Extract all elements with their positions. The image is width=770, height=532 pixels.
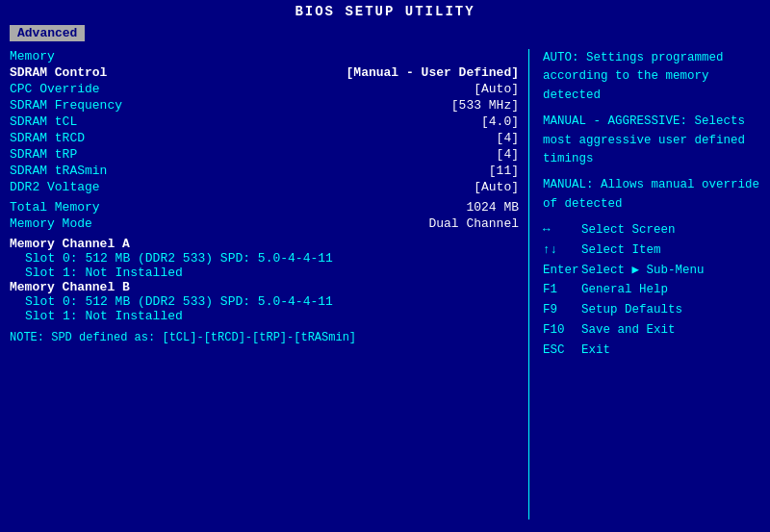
channel-b-slot0: Slot 0: 512 MB (DDR2 533) SPD: 5.0-4-4-1…: [10, 294, 519, 309]
help-block-0: AUTO: Settings programmed according to t…: [543, 49, 760, 105]
note-text: NOTE: SPD defined as: [tCL]-[tRCD]-[tRP]…: [10, 331, 519, 344]
sdram-trcd-value: [4]: [497, 131, 519, 145]
desc-select-item: Select Item: [581, 241, 661, 260]
title-bar: BIOS SETUP UTILITY: [0, 0, 770, 23]
total-memory-value: 1024 MB: [466, 200, 519, 215]
channel-b-slot1: Slot 1: Not Installed: [10, 309, 519, 323]
key-updown: ↑↓: [543, 241, 581, 260]
desc-select-screen: Select Screen: [581, 221, 676, 240]
right-panel: AUTO: Settings programmed according to t…: [529, 49, 760, 519]
keybind-select-screen: ↔ Select Screen: [543, 221, 760, 240]
memory-mode-label: Memory Mode: [10, 216, 92, 231]
help-block-1: MANUAL - AGGRESSIVE: Selects most aggres…: [543, 113, 760, 168]
tab-advanced[interactable]: Advanced: [10, 25, 85, 41]
desc-f9: Setup Defaults: [581, 301, 682, 319]
key-f1: F1: [543, 281, 581, 299]
sdram-tcl-label: SDRAM tCL: [10, 114, 77, 129]
sdram-trp-row[interactable]: SDRAM tRP [4]: [10, 147, 519, 162]
desc-f1: General Help: [581, 281, 668, 299]
ddr2-voltage-label: DDR2 Voltage: [10, 180, 100, 194]
cpc-override-value: [Auto]: [474, 82, 519, 96]
sdram-trasmin-label: SDRAM tRASmin: [10, 164, 107, 178]
channel-a-slot1: Slot 1: Not Installed: [10, 266, 519, 280]
keybind-enter: Enter Select ▶ Sub-Menu: [543, 262, 760, 280]
sdram-control-value: [Manual - User Defined]: [346, 65, 519, 80]
key-arrows: ↔: [543, 221, 581, 240]
sdram-trasmin-row[interactable]: SDRAM tRASmin [11]: [10, 164, 519, 178]
cpc-override-label: CPC Override: [10, 82, 100, 96]
sdram-trcd-label: SDRAM tRCD: [10, 131, 85, 145]
desc-f10: Save and Exit: [581, 321, 676, 340]
tab-bar: Advanced: [0, 23, 770, 43]
left-panel: Memory SDRAM Control [Manual - User Defi…: [10, 49, 529, 519]
sdram-control-label[interactable]: SDRAM Control: [10, 65, 107, 80]
memory-mode-value: Dual Channel: [428, 216, 519, 231]
desc-esc: Exit: [581, 342, 610, 360]
keybind-f9: F9 Setup Defaults: [543, 301, 760, 319]
sdram-trp-value: [4]: [497, 147, 519, 162]
keybind-f1: F1 General Help: [543, 281, 760, 299]
cpc-override-row[interactable]: CPC Override [Auto]: [10, 82, 519, 96]
ddr2-voltage-value: [Auto]: [474, 180, 519, 194]
ddr2-voltage-row[interactable]: DDR2 Voltage [Auto]: [10, 180, 519, 194]
keybind-f10: F10 Save and Exit: [543, 321, 760, 340]
memory-section-label: Memory: [10, 49, 519, 63]
key-f10: F10: [543, 321, 581, 340]
sdram-trp-label: SDRAM tRP: [10, 147, 77, 162]
sdram-trasmin-value: [11]: [489, 164, 519, 178]
key-f9: F9: [543, 301, 581, 319]
channel-a-slot0: Slot 0: 512 MB (DDR2 533) SPD: 5.0-4-4-1…: [10, 251, 519, 266]
total-memory-label: Total Memory: [10, 200, 100, 215]
key-esc: ESC: [543, 342, 581, 360]
channel-b-label: Memory Channel B: [10, 280, 519, 294]
help-block-2: MANUAL: Allows manual override of detect…: [543, 176, 760, 214]
desc-enter: Select ▶ Sub-Menu: [581, 262, 705, 280]
sdram-freq-row[interactable]: SDRAM Frequency [533 MHz]: [10, 98, 519, 113]
keybind-esc: ESC Exit: [543, 342, 760, 360]
keybind-select-item: ↑↓ Select Item: [543, 241, 760, 260]
sdram-freq-label: SDRAM Frequency: [10, 98, 122, 113]
bios-title: BIOS SETUP UTILITY: [295, 4, 475, 19]
sdram-trcd-row[interactable]: SDRAM tRCD [4]: [10, 131, 519, 145]
channel-a-label: Memory Channel A: [10, 237, 519, 251]
sdram-tcl-value: [4.0]: [481, 114, 519, 129]
sdram-tcl-row[interactable]: SDRAM tCL [4.0]: [10, 114, 519, 129]
sdram-freq-value: [533 MHz]: [451, 98, 519, 113]
key-enter: Enter: [543, 262, 581, 280]
